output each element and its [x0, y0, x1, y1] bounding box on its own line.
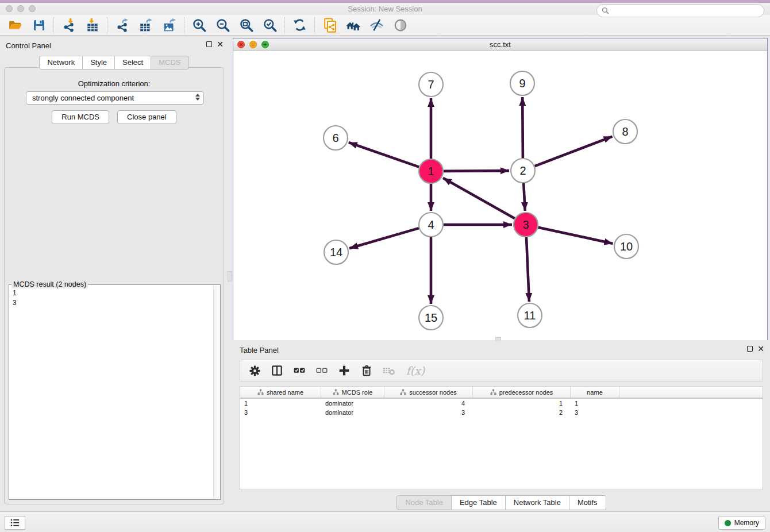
task-history-button[interactable] — [5, 516, 25, 530]
zoom-fit-button[interactable] — [234, 16, 258, 34]
cell-shared-name: 1 — [240, 399, 321, 408]
import-network-button[interactable] — [57, 16, 80, 34]
plus-icon — [338, 364, 351, 377]
mcds-result-line: 3 — [13, 298, 17, 308]
table-tab-network-table[interactable]: Network Table — [506, 495, 569, 510]
tab-mcds[interactable]: MCDS — [151, 56, 188, 70]
tab-style[interactable]: Style — [83, 56, 115, 70]
table-tab-node-table[interactable]: Node Table — [396, 495, 452, 510]
table-row[interactable]: 3dominator323 — [240, 408, 763, 417]
select-all-columns-button[interactable] — [291, 362, 308, 379]
column-header-predecessor-nodes[interactable]: predecessor nodes — [473, 387, 571, 398]
clone-network-icon — [322, 17, 338, 33]
table-tab-motifs[interactable]: Motifs — [569, 495, 606, 510]
node-table[interactable]: shared name MCDS role successor nodes pr… — [240, 386, 763, 490]
network-window-title: scc.txt — [233, 40, 767, 49]
table-tab-edge-table[interactable]: Edge Table — [452, 495, 506, 510]
zoom-in-button[interactable] — [187, 16, 211, 34]
graph-node-1[interactable]: 1 — [419, 159, 443, 183]
export-image-icon — [162, 18, 177, 33]
cell-name: 1 — [571, 399, 619, 408]
graph-edge-1-6[interactable] — [349, 142, 419, 167]
svg-text:9: 9 — [519, 77, 525, 90]
graph-node-3[interactable]: 3 — [514, 213, 538, 237]
open-session-button[interactable] — [3, 16, 27, 34]
save-session-button[interactable] — [27, 16, 51, 34]
graph-node-11[interactable]: 11 — [518, 303, 542, 327]
panel-divider-grip[interactable] — [228, 271, 232, 282]
graph-edge-3-11[interactable] — [526, 237, 529, 302]
result-scrollbar[interactable] — [213, 286, 220, 499]
cell-predecessor-nodes: 2 — [473, 408, 571, 417]
mcds-panel: Optimization criterion: strongly connect… — [4, 67, 224, 504]
svg-text:11: 11 — [524, 309, 536, 322]
tab-network[interactable]: Network — [39, 56, 83, 70]
svg-text:15: 15 — [425, 311, 437, 324]
home-button[interactable] — [341, 16, 365, 34]
svg-text:7: 7 — [428, 78, 434, 91]
column-header-name[interactable]: name — [571, 387, 619, 398]
zoom-out-button[interactable] — [211, 16, 234, 34]
graph-node-2[interactable]: 2 — [511, 159, 535, 183]
column-header-successor-nodes[interactable]: successor nodes — [384, 387, 473, 398]
close-table-panel-icon[interactable]: ✕ — [757, 346, 764, 352]
show-graphics-details-button[interactable] — [388, 16, 412, 34]
mcds-result-lines: 13 — [13, 288, 17, 308]
graph-node-9[interactable]: 9 — [510, 71, 534, 95]
control-panel: Control Panel ✕ NetworkStyleSelectMCDS O… — [0, 38, 228, 508]
float-panel-icon[interactable] — [206, 41, 212, 47]
graph-edge-2-3[interactable] — [523, 183, 525, 211]
graph-node-7[interactable]: 7 — [419, 72, 443, 97]
zoom-in-icon — [192, 18, 207, 33]
graph-edge-2-9[interactable] — [522, 97, 523, 158]
graph-edge-1-2[interactable] — [444, 171, 509, 171]
column-header-mcds-role[interactable]: MCDS role — [321, 387, 384, 398]
memory-button-label: Memory — [734, 519, 759, 527]
optimization-criterion-select[interactable]: strongly connected component — [26, 91, 204, 105]
graph-node-10[interactable]: 10 — [614, 234, 638, 259]
export-image-button[interactable] — [157, 16, 181, 34]
hide-graphics-details-button[interactable] — [365, 16, 388, 34]
import-table-icon — [85, 18, 100, 33]
float-table-panel-icon[interactable] — [747, 346, 753, 352]
tab-select[interactable]: Select — [115, 56, 151, 70]
column-header-shared-name[interactable]: shared name — [240, 387, 321, 398]
network-resize-grip[interactable] — [495, 337, 501, 341]
import-table-button[interactable] — [80, 16, 104, 34]
run-mcds-button[interactable]: Run MCDS — [52, 110, 109, 124]
attribute-icon — [400, 389, 406, 395]
table-row[interactable]: 1dominator411 — [240, 399, 763, 408]
export-network-button[interactable] — [110, 16, 134, 34]
search-field[interactable] — [596, 4, 764, 17]
graph-edge-2-8[interactable] — [535, 137, 613, 167]
graph-edge-3-10[interactable] — [538, 228, 613, 244]
toolbar-separator — [314, 17, 315, 33]
graph-node-6[interactable]: 6 — [324, 126, 348, 150]
apply-layout-button[interactable] — [288, 16, 311, 34]
graph-edge-4-14[interactable] — [349, 228, 419, 248]
create-column-button[interactable] — [336, 362, 353, 379]
show-column-panel-button[interactable] — [268, 362, 286, 379]
memory-button[interactable]: Memory — [718, 516, 765, 530]
toolbar-separator — [107, 17, 107, 33]
close-panel-icon[interactable]: ✕ — [217, 41, 224, 47]
zoom-selected-button[interactable] — [258, 16, 282, 34]
export-table-button[interactable] — [134, 16, 157, 34]
graph-edge-3-1[interactable] — [443, 178, 515, 218]
svg-text:3: 3 — [522, 218, 529, 231]
cell-name: 3 — [571, 408, 619, 417]
table-settings-button[interactable] — [246, 362, 263, 379]
delete-column-button[interactable] — [358, 362, 375, 379]
delete-table-icon — [382, 364, 396, 377]
network-window-titlebar[interactable]: ✕ – + scc.txt — [233, 38, 767, 51]
unselect-all-columns-button[interactable] — [313, 362, 330, 379]
graph-node-14[interactable]: 14 — [324, 240, 348, 264]
graph-node-4[interactable]: 4 — [419, 213, 443, 237]
network-canvas-svg[interactable]: 7 9 6 8 1 2 4 3 14 10 15 11 — [233, 51, 767, 340]
clone-network-button[interactable] — [318, 16, 341, 34]
search-input[interactable] — [612, 7, 759, 15]
toolbar-separator — [284, 17, 285, 33]
close-panel-button[interactable]: Close panel — [117, 110, 176, 124]
graph-node-15[interactable]: 15 — [419, 306, 443, 330]
graph-node-8[interactable]: 8 — [613, 119, 637, 144]
